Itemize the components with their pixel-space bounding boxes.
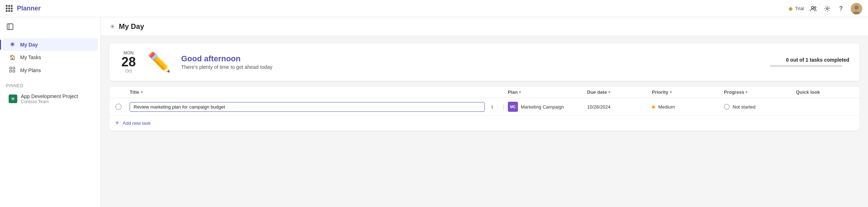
table-row: ℹ ⋮ MC Marketing Campaign 10/28/2024 Med… xyxy=(109,98,859,116)
add-icon: + xyxy=(115,119,119,127)
avatar[interactable] xyxy=(851,3,862,14)
task-priority: Medium xyxy=(652,104,724,110)
svg-rect-8 xyxy=(10,67,12,69)
task-due-date: 10/28/2024 xyxy=(587,104,652,110)
col-plan[interactable]: Plan ▾ xyxy=(508,89,587,95)
sidebar: ☀ My Day 🏠 My Tasks My Plans Pinned H Ap… xyxy=(0,0,101,207)
svg-point-0 xyxy=(811,6,814,9)
col-priority[interactable]: Priority ▾ xyxy=(652,89,724,95)
sidebar-item-label: My Day xyxy=(20,42,38,48)
plan-info: App Development Project Contoso Team xyxy=(21,93,78,104)
svg-rect-11 xyxy=(13,70,15,72)
people-icon[interactable] xyxy=(810,5,818,13)
col-title[interactable]: Title ▾ xyxy=(130,89,508,95)
task-title-input[interactable] xyxy=(130,102,485,112)
svg-point-1 xyxy=(814,6,816,8)
svg-point-4 xyxy=(854,5,859,10)
task-info-icon[interactable]: ℹ xyxy=(488,102,496,111)
banner-month: Oct xyxy=(120,69,138,74)
pinned-plan-item[interactable]: H App Development Project Contoso Team xyxy=(3,91,98,107)
main-content: ☀ My Day MON 28 Oct ✏️ Good afternoon Th… xyxy=(101,0,868,207)
topbar-right: ◆ Trial ? xyxy=(788,3,862,14)
col-due-date[interactable]: Due date ▾ xyxy=(587,89,652,95)
banner-text: Good afternoon There's plenty of time to… xyxy=(181,54,763,70)
page-header-sun-icon: ☀ xyxy=(109,23,115,31)
trial-label: Trial xyxy=(795,6,804,11)
sidebar-item-label: My Tasks xyxy=(20,54,41,60)
sort-icon-priority: ▾ xyxy=(670,90,672,94)
pinned-section-label: Pinned xyxy=(0,79,100,90)
col-progress[interactable]: Progress ▾ xyxy=(724,89,796,95)
page-header: ☀ My Day xyxy=(101,17,868,36)
sort-icon-progress: ▾ xyxy=(746,90,747,94)
help-icon[interactable]: ? xyxy=(837,5,845,13)
task-plan-cell: MC Marketing Campaign xyxy=(508,102,587,112)
task-checkbox[interactable] xyxy=(115,104,130,110)
svg-rect-9 xyxy=(13,67,15,69)
sort-icon-due-date: ▾ xyxy=(608,90,610,94)
add-task-label: Add new task xyxy=(123,120,151,126)
task-plan-name: Marketing Campaign xyxy=(521,104,564,110)
plan-avatar: H xyxy=(9,94,17,103)
sidebar-top xyxy=(0,17,100,36)
sort-icon-title: ▾ xyxy=(141,90,143,94)
sidebar-collapse-button[interactable] xyxy=(4,21,16,32)
grid-icon xyxy=(9,67,16,74)
house-icon: 🏠 xyxy=(9,54,16,60)
banner-greeting: Good afternoon xyxy=(181,54,763,63)
settings-icon[interactable] xyxy=(823,5,831,13)
banner-progress: 0 out of 1 tasks completed xyxy=(770,57,849,67)
svg-rect-10 xyxy=(10,70,12,72)
task-progress: Not started xyxy=(724,104,796,110)
trial-badge[interactable]: ◆ Trial xyxy=(788,5,804,12)
banner-card: MON 28 Oct ✏️ Good afternoon There's ple… xyxy=(109,43,859,81)
progress-circle xyxy=(724,104,730,110)
waffle-icon[interactable] xyxy=(6,5,13,12)
col-quick-look: Quick look xyxy=(796,89,854,95)
sidebar-item-my-tasks[interactable]: 🏠 My Tasks xyxy=(3,52,98,63)
svg-rect-6 xyxy=(7,24,13,30)
sidebar-item-my-day[interactable]: ☀ My Day xyxy=(3,38,98,51)
svg-point-2 xyxy=(827,8,828,9)
sort-icon-plan: ▾ xyxy=(519,90,521,94)
task-plan-icon: MC xyxy=(508,102,518,112)
priority-dot xyxy=(652,106,655,109)
sidebar-nav: ☀ My Day 🏠 My Tasks My Plans xyxy=(0,36,100,79)
sun-icon: ☀ xyxy=(9,41,16,48)
task-table-header: Title ▾ Plan ▾ Due date ▾ Priority ▾ Pro… xyxy=(109,87,859,98)
progress-label: Not started xyxy=(733,104,756,110)
topbar-left: Planner xyxy=(6,5,41,12)
sidebar-item-my-plans[interactable]: My Plans xyxy=(3,64,98,77)
task-section: Title ▾ Plan ▾ Due date ▾ Priority ▾ Pro… xyxy=(109,87,859,131)
sidebar-item-label: My Plans xyxy=(20,67,41,73)
app-name: Planner xyxy=(17,5,41,12)
banner-progress-text: 0 out of 1 tasks completed xyxy=(770,57,849,63)
task-more-icon[interactable]: ⋮ xyxy=(499,102,508,111)
diamond-icon: ◆ xyxy=(788,5,793,12)
banner-emoji: ✏️ xyxy=(148,51,171,73)
page-title: My Day xyxy=(119,22,144,31)
topbar: Planner ◆ Trial ? xyxy=(0,0,868,17)
priority-label: Medium xyxy=(658,104,675,110)
plan-name: App Development Project xyxy=(21,93,78,99)
add-task-row[interactable]: + Add new task xyxy=(109,116,859,131)
banner-subtitle: There's plenty of time to get ahead toda… xyxy=(181,64,763,70)
task-complete-circle[interactable] xyxy=(115,104,122,110)
task-title-cell: ℹ ⋮ xyxy=(130,102,508,112)
banner-num: 28 xyxy=(120,56,138,69)
progress-bar-container xyxy=(770,65,842,67)
banner-date: MON 28 Oct xyxy=(120,50,138,74)
plan-team: Contoso Team xyxy=(21,99,78,104)
